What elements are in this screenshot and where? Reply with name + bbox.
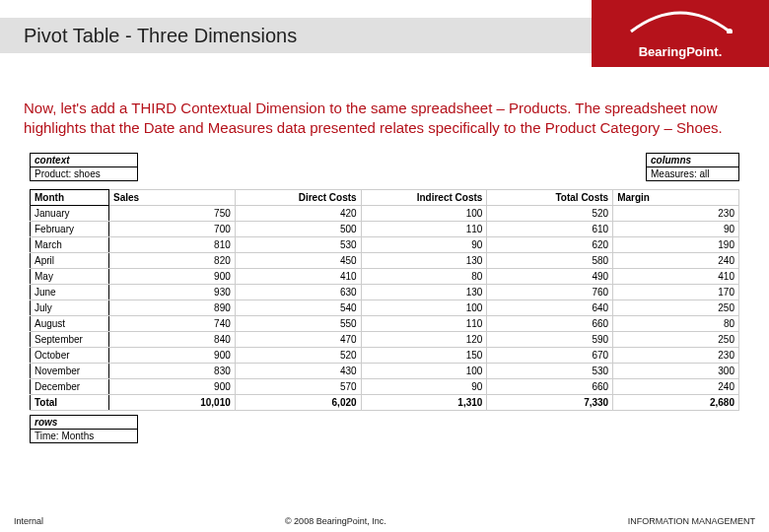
- col-direct: Direct Costs: [235, 189, 361, 205]
- brand-logo: BearingPoint.: [592, 0, 769, 67]
- pivot-sheet: context Product: shoes columns Measures:…: [0, 153, 769, 443]
- table-row: December90057090660240: [31, 378, 739, 394]
- slide-description: Now, let's add a THIRD Contextual Dimens…: [0, 69, 769, 153]
- table-row: January750420100520230: [31, 205, 739, 221]
- slide-title: Pivot Table - Three Dimensions: [0, 18, 592, 53]
- table-row: July890540100640250: [31, 299, 739, 315]
- pivot-table: Month Sales Direct Costs Indirect Costs …: [30, 189, 739, 411]
- table-row: October900520150670230: [31, 347, 739, 363]
- table-row: November830430100530300: [31, 363, 739, 378]
- context-label: context: [30, 153, 138, 166]
- footer-left: Internal: [14, 516, 43, 526]
- table-total-row: Total10,0106,0201,3107,3302,680: [31, 394, 739, 410]
- columns-meta-value: Measures: all: [646, 166, 739, 181]
- table-row: August74055011066080: [31, 315, 739, 331]
- col-total: Total Costs: [487, 189, 613, 205]
- context-value: Product: shoes: [30, 166, 138, 181]
- slide-footer: Internal © 2008 BearingPoint, Inc. INFOR…: [0, 516, 769, 526]
- table-row: June930630130760170: [31, 284, 739, 299]
- rows-meta-value: Time: Months: [30, 429, 138, 443]
- table-row: March81053090620190: [31, 236, 739, 252]
- col-indirect: Indirect Costs: [361, 189, 487, 205]
- table-header-row: Month Sales Direct Costs Indirect Costs …: [31, 189, 739, 205]
- col-margin: Margin: [613, 189, 739, 205]
- rows-meta-label: rows: [30, 415, 138, 429]
- footer-right: INFORMATION MANAGEMENT: [628, 516, 755, 526]
- table-row: April820450130580240: [31, 252, 739, 268]
- footer-center: © 2008 BearingPoint, Inc.: [285, 516, 386, 526]
- table-row: February70050011061090: [31, 221, 739, 236]
- columns-meta-label: columns: [646, 153, 739, 166]
- brand-text: BearingPoint.: [639, 44, 723, 59]
- table-row: September840470120590250: [31, 331, 739, 347]
- col-sales: Sales: [109, 189, 236, 205]
- col-month: Month: [31, 189, 109, 205]
- table-row: May90041080490410: [31, 268, 739, 284]
- logo-arc-icon: [626, 8, 734, 33]
